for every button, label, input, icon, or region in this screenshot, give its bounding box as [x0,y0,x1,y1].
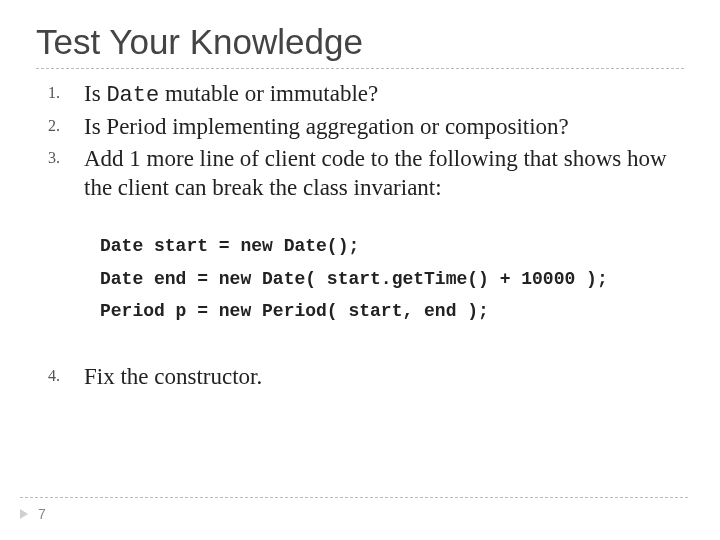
code-line-3: Period p = new Period( start, end ); [100,301,489,321]
title-divider [36,68,684,69]
slide: Test Your Knowledge Is Date mutable or i… [0,0,720,540]
footer: 7 [20,497,688,522]
question-2: Is Period implementing aggregation or co… [84,112,684,141]
page-number: 7 [38,506,46,522]
question-1: Is Date mutable or immutable? [84,79,684,110]
question-4: Fix the constructor. [84,362,684,391]
code-line-2: Date end = new Date( start.getTime() + 1… [100,269,608,289]
code-block: Date start = new Date(); Date end = new … [100,230,684,327]
code-line-1: Date start = new Date(); [100,236,359,256]
q1-text-a: Is [84,81,106,106]
footer-divider [20,497,688,498]
question-list: Is Date mutable or immutable? Is Period … [36,79,684,202]
q1-code: Date [106,83,159,108]
play-marker-icon [20,509,28,519]
question-3: Add 1 more line of client code to the fo… [84,144,684,203]
question-list-continued: Fix the constructor. [36,362,684,391]
slide-title: Test Your Knowledge [36,22,684,62]
q1-text-b: mutable or immutable? [159,81,378,106]
